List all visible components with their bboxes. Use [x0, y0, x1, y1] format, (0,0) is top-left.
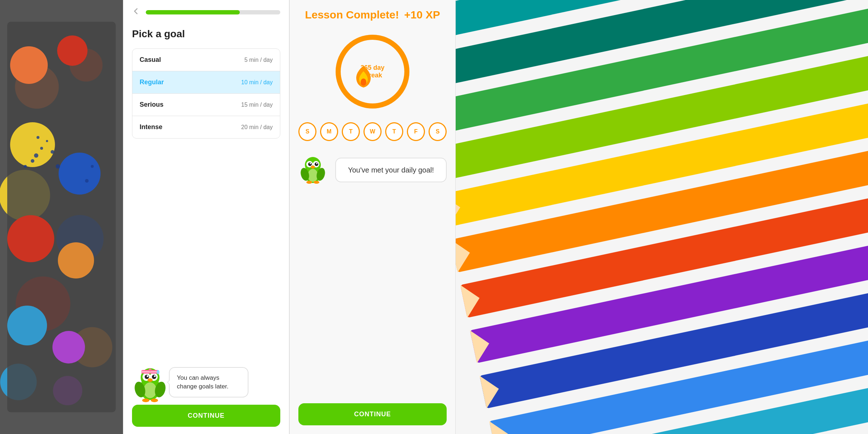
- svg-point-40: [361, 78, 366, 86]
- mascot-speech-bubble-right: You've met your daily goal!: [335, 158, 447, 182]
- mascot-owl: [132, 361, 165, 397]
- goal-intense-name: Intense: [140, 123, 162, 131]
- day-saturday: S: [429, 122, 447, 141]
- svg-point-11: [31, 159, 34, 163]
- right-photo: [456, 0, 868, 434]
- mascot-message-right-text: You've met your daily goal!: [348, 166, 434, 174]
- svg-point-1: [10, 46, 48, 84]
- goals-list: Casual 5 min / day Regular 10 min / day …: [132, 48, 280, 139]
- goal-casual-name: Casual: [140, 56, 161, 64]
- svg-point-10: [40, 147, 43, 150]
- svg-point-48: [310, 163, 311, 164]
- svg-point-25: [152, 375, 156, 379]
- svg-point-4: [59, 153, 101, 195]
- svg-point-2: [57, 35, 88, 66]
- svg-point-8: [52, 331, 85, 363]
- goal-regular[interactable]: Regular 10 min / day: [132, 71, 280, 94]
- goal-regular-name: Regular: [140, 78, 164, 86]
- progress-fill: [146, 10, 240, 14]
- day-tuesday: T: [342, 122, 360, 141]
- day-thursday: T: [385, 122, 403, 141]
- goal-regular-time: 10 min / day: [241, 79, 273, 86]
- svg-point-5: [7, 215, 54, 262]
- continue-button-right[interactable]: CONTINUE: [298, 403, 447, 425]
- svg-point-37: [157, 370, 159, 372]
- svg-point-27: [154, 375, 156, 377]
- svg-point-18: [91, 165, 94, 168]
- lesson-complete-screen: Lesson Complete! +10 XP 365 day streak: [289, 0, 456, 434]
- svg-point-13: [37, 136, 39, 139]
- svg-point-9: [34, 153, 38, 158]
- day-friday: F: [407, 122, 425, 141]
- goal-serious[interactable]: Serious 15 min / day: [132, 94, 280, 116]
- lesson-complete-title: Lesson Complete! +10 XP: [298, 9, 447, 21]
- day-wednesday: W: [363, 122, 382, 141]
- continue-button[interactable]: CONTINUE: [132, 405, 280, 427]
- streak-circle: 365 day streak: [333, 32, 412, 111]
- svg-point-21: [144, 382, 157, 398]
- streak-inner: 365 day streak: [353, 64, 392, 79]
- svg-point-28: [148, 378, 153, 382]
- svg-point-26: [147, 375, 149, 377]
- svg-point-54: [314, 181, 319, 184]
- goal-serious-name: Serious: [140, 101, 163, 109]
- svg-point-32: [151, 399, 158, 402]
- day-sunday: S: [298, 122, 316, 141]
- mascot-message-text: You can always change goals later.: [177, 374, 229, 390]
- xp-bonus-text: +10 XP: [404, 9, 440, 21]
- mascot-owl-right: [298, 152, 331, 188]
- lesson-title-text: Lesson Complete!: [305, 9, 399, 21]
- svg-point-35: [149, 369, 152, 371]
- back-button[interactable]: [132, 7, 140, 17]
- mascot-area-right: You've met your daily goal!: [298, 152, 447, 188]
- left-photo: [0, 0, 123, 434]
- page-title: Pick a goal: [132, 28, 280, 40]
- svg-point-17: [85, 179, 89, 183]
- svg-point-16: [56, 164, 60, 169]
- svg-point-15: [24, 165, 27, 168]
- mascot-speech-bubble: You can always change goals later.: [169, 367, 248, 397]
- goal-casual[interactable]: Casual 5 min / day: [132, 49, 280, 71]
- pick-goal-screen: Pick a goal Casual 5 min / day Regular 1…: [123, 0, 289, 434]
- svg-point-7: [7, 306, 47, 345]
- svg-point-31: [142, 399, 149, 402]
- svg-point-24: [145, 375, 149, 379]
- goal-intense-time: 20 min / day: [241, 124, 273, 131]
- svg-point-6: [58, 242, 94, 278]
- goal-intense[interactable]: Intense 20 min / day: [132, 116, 280, 138]
- svg-point-43: [308, 169, 318, 182]
- days-row: S M T W T F S: [298, 122, 447, 141]
- goal-casual-time: 5 min / day: [244, 57, 273, 63]
- svg-point-50: [311, 166, 315, 169]
- day-monday: M: [320, 122, 338, 141]
- svg-point-49: [316, 163, 318, 164]
- progress-bar: [146, 10, 280, 14]
- top-bar: [132, 7, 280, 17]
- svg-point-53: [306, 181, 312, 184]
- streak-circle-area: 365 day streak: [298, 32, 447, 111]
- svg-point-12: [46, 140, 48, 142]
- mascot-area: You can always change goals later.: [132, 139, 280, 405]
- goal-serious-time: 15 min / day: [241, 102, 273, 108]
- svg-point-14: [51, 150, 54, 154]
